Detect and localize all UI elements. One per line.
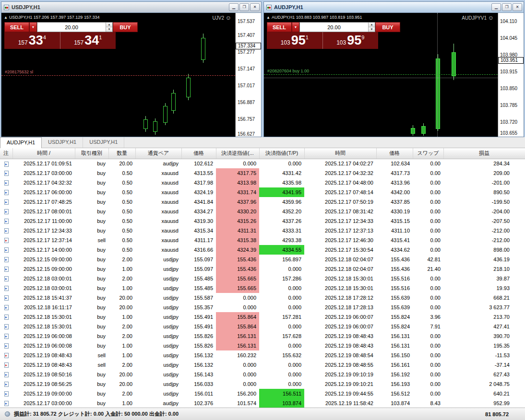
column-header-9[interactable]: 時間 (304, 148, 376, 159)
usdjpy-plot[interactable]: ▲USDJPY,H1 157.206 157.397 157.129 157.3… (1, 13, 235, 137)
minimize-button[interactable]: ▁ (229, 3, 239, 11)
history-row[interactable]: 2025.12.18 15:30:01buy2.00usdjpy155.4911… (0, 322, 525, 331)
buy-button[interactable]: BUY (113, 22, 138, 32)
volume: 1.00 (108, 350, 135, 360)
close-time: 2025.12.18 02:04:07 (304, 255, 376, 264)
buy-button[interactable]: BUY (375, 22, 400, 32)
spinner-up-icon[interactable]: ▲ (106, 23, 112, 27)
buy-order-icon (0, 312, 12, 322)
ea-smiley-icon[interactable]: ☺ (226, 14, 231, 21)
history-row[interactable]: 2025.12.18 15:30:01buy1.00usdjpy155.4911… (0, 312, 525, 322)
volume-dropdown-button[interactable]: ▼ (292, 22, 299, 32)
open-price: 155.826 (181, 341, 216, 350)
volume: 1.00 (108, 264, 135, 274)
history-row[interactable]: 2025.12.17 11:00:00buy0.50xauusd4319.304… (0, 216, 525, 226)
history-row[interactable]: 2025.12.19 09:00:00buy2.00usdjpy156.0111… (0, 389, 525, 398)
swap: 0.00 (413, 245, 443, 255)
history-row[interactable]: 2025.12.17 03:00:00buy1.00audjpy102.3761… (0, 398, 525, 408)
spinner-down-icon[interactable]: ▼ (369, 27, 375, 32)
chart-window-usdjpy: USDJPY,H1 ▁ ❐ ✕ ▲USDJPY,H1 157.206 157.3… (1, 1, 262, 137)
sell-price[interactable]: 103951 (267, 33, 322, 48)
history-row[interactable]: 2025.12.17 06:00:00buy0.50xauusd4324.194… (0, 187, 525, 197)
sell-button[interactable]: SELL (267, 22, 292, 32)
close-price: 155.516 (376, 283, 413, 293)
restore-button[interactable]: ❐ (502, 3, 512, 11)
history-row[interactable]: 2025.12.17 01:09:51buy20.00audjpy102.612… (0, 159, 525, 168)
symbol: xauusd (135, 216, 181, 226)
open-price: 155.491 (181, 312, 216, 322)
open-time: 2025.12.17 11:00:00 (12, 216, 75, 226)
swap: 21.40 (413, 264, 443, 274)
column-header-5[interactable]: 通貨ペア (135, 148, 181, 159)
history-row[interactable]: 2025.12.18 15:41:37buy20.00usdjpy155.587… (0, 293, 525, 303)
open-price: 4319.30 (181, 216, 216, 226)
usdjpy-title-bar[interactable]: USDJPY,H1 ▁ ❐ ✕ (1, 2, 261, 13)
audjpy-plot[interactable]: ▲AUDJPY,H1 103.883 103.987 103.819 103.9… (264, 13, 498, 137)
close-time: 2025.12.17 12:37:13 (304, 226, 376, 235)
history-row[interactable]: 2025.12.17 12:34:33buy0.50xauusd4315.344… (0, 226, 525, 235)
history-row[interactable]: 2025.12.15 09:00:00buy1.00usdjpy155.0971… (0, 264, 525, 274)
stop-loss: 4331.74 (216, 187, 259, 197)
column-header-8[interactable]: 決済指値(T/P) (259, 148, 304, 159)
history-row[interactable]: 2025.12.15 09:00:00buy2.00usdjpy155.0971… (0, 255, 525, 264)
close-button[interactable]: ✕ (513, 3, 522, 11)
column-header-12[interactable]: 損益 (443, 148, 525, 159)
order-type: buy (75, 312, 108, 322)
history-row[interactable]: 2025.12.17 07:48:25buy0.50xauusd4341.844… (0, 197, 525, 207)
sell-price[interactable]: 157334 (4, 33, 60, 48)
volume-spinner[interactable]: ▲▼ (106, 23, 112, 32)
history-row[interactable]: 2025.12.19 08:56:25buy20.00usdjpy156.033… (0, 379, 525, 389)
sell-button[interactable]: SELL (4, 22, 29, 32)
close-price: 155.824 (376, 322, 413, 331)
minimize-button[interactable]: ▁ (491, 3, 501, 11)
history-row[interactable]: 2025.12.17 03:00:00buy0.50xauusd4313.554… (0, 168, 525, 178)
symbol: usdjpy (135, 322, 181, 331)
buy-price[interactable]: 103959 (323, 33, 379, 48)
column-header-6[interactable]: 価格 (181, 148, 216, 159)
spinner-up-icon[interactable]: ▲ (369, 23, 375, 27)
usdjpy-price-scale[interactable]: 157.537157.407157.277157.147157.017156.8… (235, 13, 261, 137)
history-row[interactable]: 2025.12.17 12:37:14sell0.50xauusd4311.17… (0, 235, 525, 245)
column-header-3[interactable]: 取引種別 (75, 148, 108, 159)
close-time: 2025.12.18 02:04:07 (304, 264, 376, 274)
volume: 2.00 (108, 360, 135, 370)
column-header-10[interactable]: 価格 (376, 148, 413, 159)
column-header-7[interactable]: 決済逆指値(... (216, 148, 259, 159)
audjpy-price-scale[interactable]: 104.110104.045103.980103.915103.850103.7… (498, 13, 524, 137)
restore-button[interactable]: ❐ (239, 3, 249, 11)
volume-spinner[interactable]: ▲▼ (368, 23, 375, 32)
history-row[interactable]: 2025.12.19 08:48:43sell2.00usdjpy156.132… (0, 360, 525, 370)
column-header-2[interactable]: 時間 / (12, 148, 75, 159)
history-row[interactable]: 2025.12.18 16:11:17buy20.00usdjpy155.357… (0, 303, 525, 312)
volume-input[interactable] (37, 23, 106, 32)
spinner-down-icon[interactable]: ▼ (106, 27, 112, 32)
history-row[interactable]: 2025.12.19 06:00:08buy1.00usdjpy155.8261… (0, 341, 525, 350)
history-row[interactable]: 2025.12.17 04:32:32buy0.50xauusd4317.984… (0, 178, 525, 187)
history-row[interactable]: 2025.12.18 03:00:01buy2.00usdjpy155.4851… (0, 274, 525, 283)
buy-price[interactable]: 157341 (60, 33, 116, 48)
column-header-4[interactable]: 数量 (108, 148, 135, 159)
tab-2-usdjpy-h1[interactable]: USDJPY,H1 (42, 137, 83, 148)
volume-input[interactable] (300, 23, 368, 32)
open-price: 156.132 (181, 350, 216, 360)
order-line-label: #208207604 buy 1.00 (267, 69, 309, 73)
history-row[interactable]: 2025.12.19 08:50:16buy20.00usdjpy156.143… (0, 370, 525, 379)
history-row[interactable]: 2025.12.19 08:48:43sell1.00usdjpy156.132… (0, 350, 525, 360)
tab-3-usdjpy-h1[interactable]: USDJPY,H1 (83, 137, 124, 148)
column-header-1[interactable]: 注 (0, 148, 12, 159)
column-header-11[interactable]: スワップ (413, 148, 443, 159)
tab-1-audjpy-h1[interactable]: AUDJPY,H1 (0, 137, 42, 148)
close-button[interactable]: ✕ (250, 3, 260, 11)
account-summary: 損益計: 31 805.72 クレジット計: 0.00 入金計: 50 000.… (14, 410, 179, 418)
ea-smiley-icon[interactable]: ☺ (488, 14, 494, 21)
history-row[interactable]: 2025.12.17 08:00:01buy0.50xauusd4334.274… (0, 207, 525, 216)
history-row[interactable]: 2025.12.19 06:00:08buy2.00usdjpy155.8261… (0, 331, 525, 341)
volume-dropdown-button[interactable]: ▼ (29, 22, 37, 32)
close-time: 2025.12.17 08:31:42 (304, 207, 376, 216)
history-row[interactable]: 2025.12.17 14:00:00buy0.50xauusd4316.664… (0, 245, 525, 255)
volume: 2.00 (108, 255, 135, 264)
swap: 0.00 (413, 350, 443, 360)
open-time: 2025.12.18 03:00:01 (12, 283, 75, 293)
audjpy-title-bar[interactable]: AUDJPY,H1 ▁ ❐ ✕ (264, 2, 524, 13)
history-row[interactable]: 2025.12.18 03:00:01buy1.00usdjpy155.4851… (0, 283, 525, 293)
